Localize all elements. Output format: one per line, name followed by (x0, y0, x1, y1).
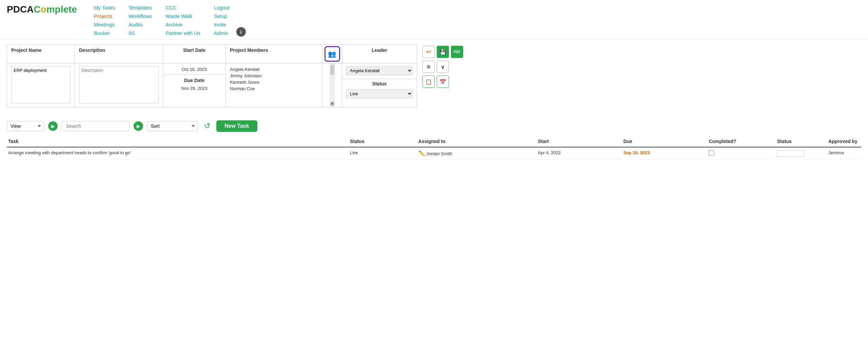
nav-waste-walk[interactable]: Waste Walk (165, 13, 200, 20)
description-cell (75, 63, 163, 107)
assigned-name: Jordan Smith (426, 151, 452, 156)
logo-o: o (41, 4, 46, 15)
logo-complete: Complete (34, 4, 77, 15)
task-table: Task Status Assigned to Start Due Comple… (7, 136, 861, 160)
nav-5s[interactable]: 5S (129, 29, 152, 37)
project-form: Project Name Description Start Date Proj… (7, 44, 417, 107)
approved-col-header: Approved by (827, 136, 861, 147)
task-due: Sep 16, 2023 (622, 147, 707, 160)
dates-cell: Oct 16, 2023 Due Date Nov 28, 2023 (163, 63, 226, 107)
nav-my-tasks[interactable]: My Tasks (94, 4, 115, 11)
task-start: Apr 4, 2022 (536, 147, 622, 160)
member-item-2: Jimmy Johnston (230, 73, 318, 79)
pdf-button[interactable]: PDF (451, 46, 463, 58)
assigned-col-header: Assigned to (417, 136, 537, 147)
menu-button[interactable]: ≡ (422, 61, 435, 73)
start-date-value: Oct 16, 2023 (163, 63, 225, 75)
project-name-header: Project Name (7, 45, 75, 63)
due-date-label: Due Date (163, 75, 225, 84)
nav-meetings[interactable]: Meetings (94, 21, 115, 28)
status-select-wrap: LiveOn HoldCompleteCancelled (342, 88, 417, 100)
nav-admin[interactable]: Admin (214, 29, 230, 37)
task-table-section: Task Status Assigned to Start Due Comple… (0, 136, 868, 160)
status-select[interactable]: LiveOn HoldCompleteCancelled (346, 89, 413, 98)
back-button[interactable]: ↩ (422, 46, 435, 58)
header: PDCAComplete My Tasks Projects Meetings … (0, 0, 868, 40)
nav-ccc[interactable]: CCC (165, 4, 200, 11)
member-item-3: Kenneth Jones (230, 79, 318, 85)
search-input[interactable] (62, 121, 130, 131)
status2-col-header: Status (776, 136, 827, 147)
completed-checkbox[interactable] (709, 150, 714, 156)
clipboard-button[interactable]: 📋 (422, 76, 435, 88)
logo-pdca: PDCA (7, 4, 34, 15)
nav-archive[interactable]: Archive (165, 21, 200, 28)
task-status: Live (349, 147, 417, 160)
task-name: Arrange meeting with department heads to… (7, 147, 349, 160)
nav-setup[interactable]: Setup (214, 13, 230, 20)
due-col-header: Due (622, 136, 707, 147)
sort-select[interactable]: Sort (147, 121, 198, 131)
project-name-input[interactable]: ERP deployment (11, 66, 71, 103)
members-cell: Angela Kendall Jimmy Johnston Kenneth Jo… (226, 63, 322, 107)
leader-header: Leader (342, 45, 417, 63)
save-button[interactable]: 💾 (437, 46, 449, 58)
nav-partner-with-us[interactable]: Partner with Us (165, 29, 200, 37)
view-select[interactable]: View (7, 121, 44, 131)
view-play-button[interactable]: ▶ (48, 121, 58, 131)
task-assigned: ✏️ Jordan Smith (417, 147, 537, 160)
project-members-header: Project Members (226, 45, 322, 63)
task-col-header: Task (7, 136, 349, 147)
task-controls: View ▶ ▶ Sort ↺ New Task (0, 114, 868, 136)
nav-bucket[interactable]: Bucket (94, 29, 115, 37)
new-task-button[interactable]: New Task (216, 120, 257, 132)
task-completed (707, 147, 776, 160)
start-date-header: Start Date (163, 45, 226, 63)
start-col-header: Start (536, 136, 622, 147)
project-name-cell: ERP deployment (7, 63, 75, 107)
description-header: Description (75, 45, 163, 63)
project-section: Project Name Description Start Date Proj… (0, 40, 868, 107)
refresh-button[interactable]: ↺ (202, 121, 212, 131)
leader-select-wrap: Angela KendallJimmy JohnstonKenneth Jone… (342, 65, 417, 76)
members-icon-col-header: 👥 (322, 45, 342, 63)
status-col-header: Status (349, 136, 417, 147)
nav-invite[interactable]: Invite (214, 21, 230, 28)
task-approved-by: Jemima (827, 147, 861, 160)
leader-select[interactable]: Angela KendallJimmy JohnstonKenneth Jone… (346, 66, 413, 75)
chevron-down-button[interactable]: ∨ (437, 61, 449, 73)
table-row: Arrange meeting with department heads to… (7, 147, 861, 160)
add-members-button[interactable]: 👥 (324, 46, 340, 62)
nav-projects[interactable]: Projects (94, 13, 115, 20)
member-item-1: Angela Kendall (230, 66, 318, 73)
edit-icon[interactable]: ✏️ (418, 150, 425, 156)
status2-input[interactable] (777, 150, 804, 157)
task-status2 (776, 147, 827, 160)
logo: PDCAComplete (7, 4, 77, 15)
action-row-3: 📋 📅 (422, 76, 463, 88)
completed-col-header: Completed? (707, 136, 776, 147)
search-play-button[interactable]: ▶ (134, 121, 143, 131)
nav-audits[interactable]: Audits (129, 21, 152, 28)
action-row-1: ↩ 💾 PDF (422, 46, 463, 58)
nav-templates[interactable]: Templates (129, 4, 152, 11)
nav-logout[interactable]: Logout (214, 4, 230, 11)
calendar-button[interactable]: 📅 (437, 76, 449, 88)
action-icons-panel: ↩ 💾 PDF ≡ ∨ 📋 📅 (420, 44, 463, 88)
member-item-4: Norman Coe (230, 85, 318, 92)
members-list: Angela Kendall Jimmy Johnston Kenneth Jo… (226, 65, 322, 93)
due-date-value: Nov 28, 2023 (163, 84, 225, 94)
leader-status-cell: Angela KendallJimmy JohnstonKenneth Jone… (342, 63, 417, 107)
status-label: Status (342, 79, 417, 88)
description-input[interactable] (79, 66, 159, 103)
info-icon[interactable]: i (236, 27, 246, 37)
action-row-2: ≡ ∨ (422, 61, 463, 73)
members-icon-data-cell: ▼ (322, 63, 342, 107)
nav-workflows[interactable]: Workflows (129, 13, 152, 20)
